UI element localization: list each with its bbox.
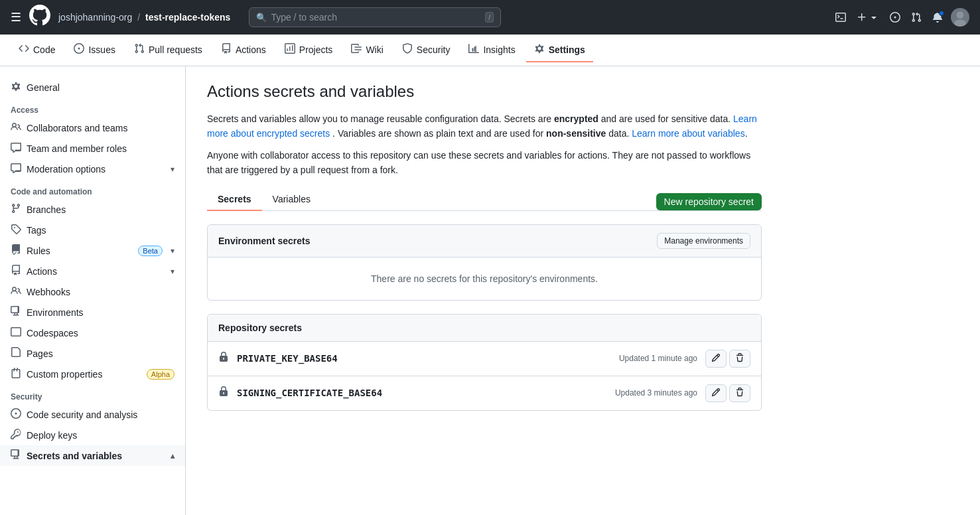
subnav-security[interactable]: Security: [394, 38, 458, 62]
subnav-pr-label: Pull requests: [149, 44, 202, 55]
rules-icon: [11, 244, 21, 257]
custom-properties-icon: [11, 368, 21, 380]
svg-point-0: [957, 11, 964, 19]
rules-chevron-icon: ▾: [171, 246, 175, 256]
avatar[interactable]: [951, 8, 969, 27]
delete-secret-2-button[interactable]: [729, 384, 750, 402]
repo-owner-link[interactable]: joshjohanning-org: [58, 12, 132, 23]
sidebar-item-secrets-variables[interactable]: Secrets and variables ▴: [0, 445, 185, 466]
sidebar-item-deploy-keys[interactable]: Deploy keys: [0, 425, 185, 445]
edit-secret-2-button[interactable]: [705, 384, 727, 402]
tab-secrets[interactable]: Secrets: [207, 188, 262, 211]
page-title: Actions secrets and variables: [207, 82, 762, 101]
sidebar-item-pages[interactable]: Pages: [0, 343, 185, 364]
main-content: Actions secrets and variables Secrets an…: [186, 66, 783, 515]
sidebar-branches-label: Branches: [27, 204, 66, 215]
sidebar-item-branches[interactable]: Branches: [0, 199, 185, 220]
topbar-right-actions: [833, 8, 969, 27]
sidebar-webhooks-label: Webhooks: [27, 287, 70, 297]
sidebar-moderation-label: Moderation options: [27, 164, 105, 175]
sidebar-item-rules[interactable]: Rules Beta ▾: [0, 240, 185, 261]
code-security-icon: [11, 408, 21, 421]
actions-chevron-icon: ▾: [171, 267, 175, 276]
lock-icon-2: [218, 386, 229, 400]
sidebar-item-moderation[interactable]: Moderation options ▾: [0, 159, 185, 179]
desc2-bold: non-sensitive: [546, 128, 606, 139]
search-bar[interactable]: 🔍 /: [249, 7, 501, 27]
sidebar-item-general[interactable]: General: [0, 77, 185, 98]
subnav-actions-label: Actions: [236, 44, 266, 55]
learn-variables-link[interactable]: Learn more about variables: [632, 128, 744, 139]
repository-secrets-section: Repository secrets PRIVATE_KEY_BASE64 Up…: [207, 314, 762, 411]
sidebar-actions-label: Actions: [27, 266, 57, 277]
subnav-code[interactable]: Code: [11, 38, 63, 62]
search-input[interactable]: [271, 12, 481, 23]
secret-updated-2: Updated 3 minutes ago: [615, 388, 697, 398]
sidebar-item-tags[interactable]: Tags: [0, 220, 185, 240]
sidebar-member-roles-label: Team and member roles: [27, 143, 127, 154]
notifications-button[interactable]: [930, 9, 945, 25]
sidebar-collaborators-label: Collaborators and teams: [27, 123, 128, 133]
sidebar-item-codespaces[interactable]: Codespaces: [0, 323, 185, 343]
secret-name-2: SIGNING_CERTIFICATE_BASE64: [237, 388, 615, 398]
custom-properties-alpha-badge: Alpha: [147, 369, 175, 380]
projects-icon: [285, 43, 295, 56]
pr-button[interactable]: [908, 9, 924, 25]
code-automation-section-header: Code and automation: [0, 179, 185, 199]
subnav-insights[interactable]: Insights: [460, 38, 523, 62]
desc1-text: Secrets and variables allow you to manag…: [207, 113, 551, 124]
sidebar-rules-label: Rules: [27, 246, 50, 256]
desc2-rest: data.: [608, 128, 632, 139]
path-separator: /: [137, 12, 140, 23]
secret-name-1: PRIVATE_KEY_BASE64: [237, 353, 619, 364]
issues-button[interactable]: [887, 9, 903, 25]
subnav-wiki[interactable]: Wiki: [343, 38, 391, 62]
sidebar-item-webhooks[interactable]: Webhooks: [0, 281, 185, 302]
subnav-wiki-label: Wiki: [366, 44, 383, 55]
desc1-bold: encrypted: [554, 113, 598, 124]
repository-secrets-title: Repository secrets: [218, 323, 302, 333]
moderation-icon: [11, 163, 21, 175]
sidebar-environments-label: Environments: [27, 307, 84, 318]
subnav-projects[interactable]: Projects: [277, 38, 341, 62]
github-logo: [29, 5, 50, 30]
manage-environments-button[interactable]: Manage environments: [657, 233, 750, 249]
issues-icon: [74, 43, 84, 56]
terminal-button[interactable]: [833, 9, 849, 25]
subnav-issues[interactable]: Issues: [66, 38, 123, 62]
sidebar-item-collaborators[interactable]: Collaborators and teams: [0, 117, 185, 138]
sidebar-item-actions[interactable]: Actions ▾: [0, 261, 185, 281]
sidebar-item-member-roles[interactable]: Team and member roles: [0, 138, 185, 159]
gear-icon: [11, 81, 21, 94]
code-icon: [19, 43, 29, 56]
delete-secret-1-button[interactable]: [729, 350, 750, 368]
environment-secrets-empty: There are no secrets for this repository…: [208, 258, 761, 300]
svg-point-1: [954, 20, 966, 27]
codespaces-icon: [11, 327, 21, 339]
repo-name: test-replace-tokens: [145, 12, 230, 23]
access-section-header: Access: [0, 98, 185, 117]
subnav-settings[interactable]: Settings: [526, 38, 593, 62]
tabs-and-button-row: Secrets Variables New repository secret: [207, 188, 762, 211]
tags-icon: [11, 224, 21, 236]
subnav-actions[interactable]: Actions: [213, 38, 274, 62]
plus-button[interactable]: [854, 9, 882, 25]
webhooks-icon: [11, 285, 21, 298]
subnav-prs[interactable]: Pull requests: [126, 38, 210, 62]
new-repository-secret-button[interactable]: New repository secret: [656, 193, 762, 210]
secrets-chevron-icon: ▴: [171, 451, 175, 461]
settings-icon: [534, 43, 545, 56]
security-section-header: Security: [0, 384, 185, 404]
environment-secrets-title: Environment secrets: [218, 236, 311, 246]
secrets-icon: [11, 449, 21, 462]
tab-variables[interactable]: Variables: [262, 188, 321, 211]
sidebar-item-environments[interactable]: Environments: [0, 302, 185, 323]
sidebar-item-code-security[interactable]: Code security and analysis: [0, 404, 185, 425]
member-roles-icon: [11, 142, 21, 155]
sidebar-pages-label: Pages: [27, 348, 53, 359]
edit-secret-1-button[interactable]: [705, 350, 727, 368]
sidebar-custom-properties-label: Custom properties: [27, 369, 102, 380]
hamburger-button[interactable]: ☰: [11, 10, 21, 25]
sidebar-item-custom-properties[interactable]: Custom properties Alpha: [0, 364, 185, 384]
slash-shortcut: /: [485, 12, 494, 23]
